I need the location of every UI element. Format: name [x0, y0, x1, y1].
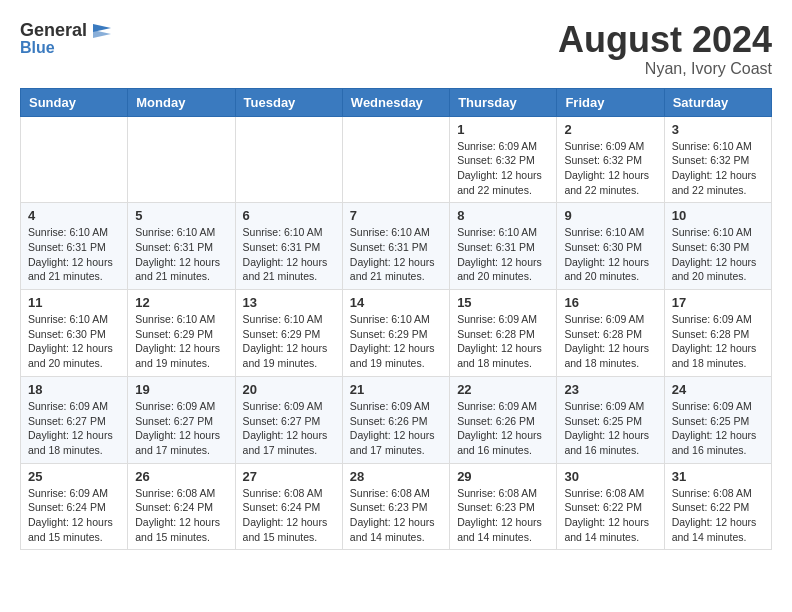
calendar-day-cell [21, 116, 128, 203]
day-of-week-header: Monday [128, 88, 235, 116]
calendar-day-cell [128, 116, 235, 203]
calendar-day-cell: 20Sunrise: 6:09 AM Sunset: 6:27 PM Dayli… [235, 376, 342, 463]
calendar-day-cell [235, 116, 342, 203]
day-number: 3 [672, 122, 764, 137]
calendar-day-cell: 6Sunrise: 6:10 AM Sunset: 6:31 PM Daylig… [235, 203, 342, 290]
day-info: Sunrise: 6:10 AM Sunset: 6:29 PM Dayligh… [135, 312, 227, 371]
day-of-week-header: Thursday [450, 88, 557, 116]
day-of-week-header: Tuesday [235, 88, 342, 116]
calendar-day-cell: 31Sunrise: 6:08 AM Sunset: 6:22 PM Dayli… [664, 463, 771, 550]
day-number: 1 [457, 122, 549, 137]
calendar-day-cell: 11Sunrise: 6:10 AM Sunset: 6:30 PM Dayli… [21, 290, 128, 377]
day-number: 6 [243, 208, 335, 223]
day-info: Sunrise: 6:09 AM Sunset: 6:28 PM Dayligh… [564, 312, 656, 371]
day-number: 23 [564, 382, 656, 397]
calendar-day-cell: 8Sunrise: 6:10 AM Sunset: 6:31 PM Daylig… [450, 203, 557, 290]
day-info: Sunrise: 6:09 AM Sunset: 6:25 PM Dayligh… [672, 399, 764, 458]
day-info: Sunrise: 6:10 AM Sunset: 6:31 PM Dayligh… [28, 225, 120, 284]
calendar-day-cell: 17Sunrise: 6:09 AM Sunset: 6:28 PM Dayli… [664, 290, 771, 377]
day-number: 30 [564, 469, 656, 484]
day-info: Sunrise: 6:09 AM Sunset: 6:28 PM Dayligh… [672, 312, 764, 371]
day-number: 8 [457, 208, 549, 223]
day-of-week-header: Wednesday [342, 88, 449, 116]
day-info: Sunrise: 6:09 AM Sunset: 6:27 PM Dayligh… [28, 399, 120, 458]
day-info: Sunrise: 6:08 AM Sunset: 6:22 PM Dayligh… [564, 486, 656, 545]
calendar-week-row: 4Sunrise: 6:10 AM Sunset: 6:31 PM Daylig… [21, 203, 772, 290]
logo-flag-icon [91, 22, 113, 40]
day-number: 4 [28, 208, 120, 223]
calendar-day-cell: 24Sunrise: 6:09 AM Sunset: 6:25 PM Dayli… [664, 376, 771, 463]
calendar-day-cell: 27Sunrise: 6:08 AM Sunset: 6:24 PM Dayli… [235, 463, 342, 550]
calendar-title: August 2024 [558, 20, 772, 60]
day-number: 16 [564, 295, 656, 310]
day-number: 9 [564, 208, 656, 223]
day-info: Sunrise: 6:09 AM Sunset: 6:26 PM Dayligh… [350, 399, 442, 458]
day-number: 19 [135, 382, 227, 397]
day-info: Sunrise: 6:10 AM Sunset: 6:29 PM Dayligh… [243, 312, 335, 371]
calendar-day-cell: 15Sunrise: 6:09 AM Sunset: 6:28 PM Dayli… [450, 290, 557, 377]
calendar-day-cell: 2Sunrise: 6:09 AM Sunset: 6:32 PM Daylig… [557, 116, 664, 203]
calendar-day-cell [342, 116, 449, 203]
calendar-day-cell: 12Sunrise: 6:10 AM Sunset: 6:29 PM Dayli… [128, 290, 235, 377]
calendar-week-row: 11Sunrise: 6:10 AM Sunset: 6:30 PM Dayli… [21, 290, 772, 377]
calendar-day-cell: 18Sunrise: 6:09 AM Sunset: 6:27 PM Dayli… [21, 376, 128, 463]
day-info: Sunrise: 6:09 AM Sunset: 6:24 PM Dayligh… [28, 486, 120, 545]
day-info: Sunrise: 6:09 AM Sunset: 6:28 PM Dayligh… [457, 312, 549, 371]
day-info: Sunrise: 6:09 AM Sunset: 6:27 PM Dayligh… [135, 399, 227, 458]
day-number: 14 [350, 295, 442, 310]
calendar-day-cell: 16Sunrise: 6:09 AM Sunset: 6:28 PM Dayli… [557, 290, 664, 377]
day-info: Sunrise: 6:10 AM Sunset: 6:30 PM Dayligh… [564, 225, 656, 284]
day-info: Sunrise: 6:09 AM Sunset: 6:32 PM Dayligh… [564, 139, 656, 198]
calendar-day-cell: 28Sunrise: 6:08 AM Sunset: 6:23 PM Dayli… [342, 463, 449, 550]
day-number: 7 [350, 208, 442, 223]
day-number: 10 [672, 208, 764, 223]
calendar-day-cell: 22Sunrise: 6:09 AM Sunset: 6:26 PM Dayli… [450, 376, 557, 463]
day-number: 17 [672, 295, 764, 310]
day-of-week-header: Sunday [21, 88, 128, 116]
calendar-day-cell: 10Sunrise: 6:10 AM Sunset: 6:30 PM Dayli… [664, 203, 771, 290]
day-info: Sunrise: 6:09 AM Sunset: 6:25 PM Dayligh… [564, 399, 656, 458]
title-area: August 2024 Nyan, Ivory Coast [558, 20, 772, 78]
day-info: Sunrise: 6:08 AM Sunset: 6:22 PM Dayligh… [672, 486, 764, 545]
day-of-week-header: Saturday [664, 88, 771, 116]
calendar-day-cell: 7Sunrise: 6:10 AM Sunset: 6:31 PM Daylig… [342, 203, 449, 290]
day-info: Sunrise: 6:10 AM Sunset: 6:31 PM Dayligh… [457, 225, 549, 284]
calendar-day-cell: 1Sunrise: 6:09 AM Sunset: 6:32 PM Daylig… [450, 116, 557, 203]
calendar-day-cell: 3Sunrise: 6:10 AM Sunset: 6:32 PM Daylig… [664, 116, 771, 203]
day-info: Sunrise: 6:10 AM Sunset: 6:32 PM Dayligh… [672, 139, 764, 198]
calendar-day-cell: 14Sunrise: 6:10 AM Sunset: 6:29 PM Dayli… [342, 290, 449, 377]
day-of-week-header: Friday [557, 88, 664, 116]
day-number: 20 [243, 382, 335, 397]
calendar-day-cell: 13Sunrise: 6:10 AM Sunset: 6:29 PM Dayli… [235, 290, 342, 377]
day-number: 28 [350, 469, 442, 484]
day-info: Sunrise: 6:09 AM Sunset: 6:32 PM Dayligh… [457, 139, 549, 198]
day-number: 21 [350, 382, 442, 397]
day-info: Sunrise: 6:10 AM Sunset: 6:30 PM Dayligh… [672, 225, 764, 284]
calendar-day-cell: 23Sunrise: 6:09 AM Sunset: 6:25 PM Dayli… [557, 376, 664, 463]
calendar-day-cell: 25Sunrise: 6:09 AM Sunset: 6:24 PM Dayli… [21, 463, 128, 550]
day-number: 22 [457, 382, 549, 397]
calendar-day-cell: 5Sunrise: 6:10 AM Sunset: 6:31 PM Daylig… [128, 203, 235, 290]
day-number: 15 [457, 295, 549, 310]
calendar-day-cell: 19Sunrise: 6:09 AM Sunset: 6:27 PM Dayli… [128, 376, 235, 463]
calendar-day-cell: 21Sunrise: 6:09 AM Sunset: 6:26 PM Dayli… [342, 376, 449, 463]
calendar-subtitle: Nyan, Ivory Coast [558, 60, 772, 78]
day-number: 12 [135, 295, 227, 310]
day-number: 5 [135, 208, 227, 223]
calendar-day-cell: 29Sunrise: 6:08 AM Sunset: 6:23 PM Dayli… [450, 463, 557, 550]
calendar-week-row: 25Sunrise: 6:09 AM Sunset: 6:24 PM Dayli… [21, 463, 772, 550]
day-info: Sunrise: 6:10 AM Sunset: 6:31 PM Dayligh… [243, 225, 335, 284]
svg-marker-1 [93, 30, 111, 38]
day-info: Sunrise: 6:09 AM Sunset: 6:26 PM Dayligh… [457, 399, 549, 458]
day-info: Sunrise: 6:10 AM Sunset: 6:30 PM Dayligh… [28, 312, 120, 371]
day-number: 26 [135, 469, 227, 484]
day-info: Sunrise: 6:10 AM Sunset: 6:29 PM Dayligh… [350, 312, 442, 371]
logo-blue-text: Blue [20, 39, 55, 57]
day-info: Sunrise: 6:08 AM Sunset: 6:24 PM Dayligh… [135, 486, 227, 545]
day-number: 11 [28, 295, 120, 310]
calendar-day-cell: 9Sunrise: 6:10 AM Sunset: 6:30 PM Daylig… [557, 203, 664, 290]
day-number: 27 [243, 469, 335, 484]
day-number: 2 [564, 122, 656, 137]
calendar-day-cell: 30Sunrise: 6:08 AM Sunset: 6:22 PM Dayli… [557, 463, 664, 550]
day-info: Sunrise: 6:08 AM Sunset: 6:23 PM Dayligh… [457, 486, 549, 545]
